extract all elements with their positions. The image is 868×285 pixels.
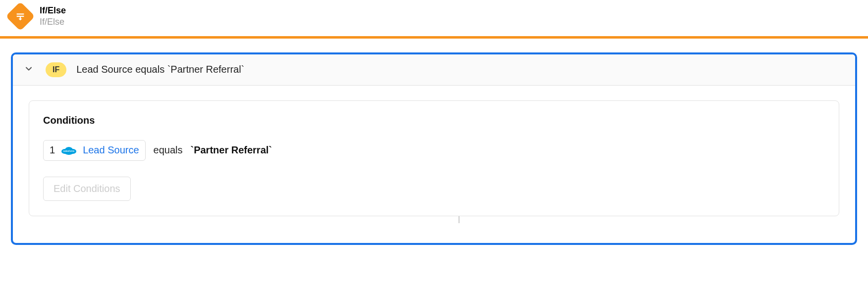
chevron-down-icon[interactable]: [24, 64, 34, 76]
condition-value: `Partner Referral`: [190, 144, 272, 156]
if-badge: IF: [46, 62, 66, 77]
salesforce-icon: salesforce: [60, 144, 78, 156]
node-header: If/Else If/Else: [0, 0, 868, 36]
condition-row: 1 salesforce Lead Source equals `Partner…: [43, 140, 825, 161]
header-divider: [0, 36, 868, 39]
conditions-title: Conditions: [43, 115, 825, 126]
edit-conditions-button[interactable]: Edit Conditions: [43, 177, 131, 201]
if-else-icon: [5, 2, 35, 31]
condition-summary: Lead Source equals `Partner Referral`: [76, 64, 244, 75]
operator: equals: [154, 144, 183, 156]
if-panel-body: Conditions 1 salesforce Lead Source: [13, 86, 855, 243]
node-subtitle: If/Else: [40, 16, 66, 28]
field-name: Lead Source: [83, 144, 139, 156]
svg-text:salesforce: salesforce: [63, 149, 75, 152]
field-chip[interactable]: 1 salesforce Lead Source: [43, 140, 146, 161]
if-panel-header[interactable]: IF Lead Source equals `Partner Referral`: [13, 54, 855, 86]
condition-index: 1: [50, 144, 55, 156]
node-title: If/Else: [40, 5, 66, 16]
conditions-card: Conditions 1 salesforce Lead Source: [29, 100, 839, 216]
connector-tick: [459, 216, 459, 223]
if-panel: IF Lead Source equals `Partner Referral`…: [11, 52, 857, 245]
